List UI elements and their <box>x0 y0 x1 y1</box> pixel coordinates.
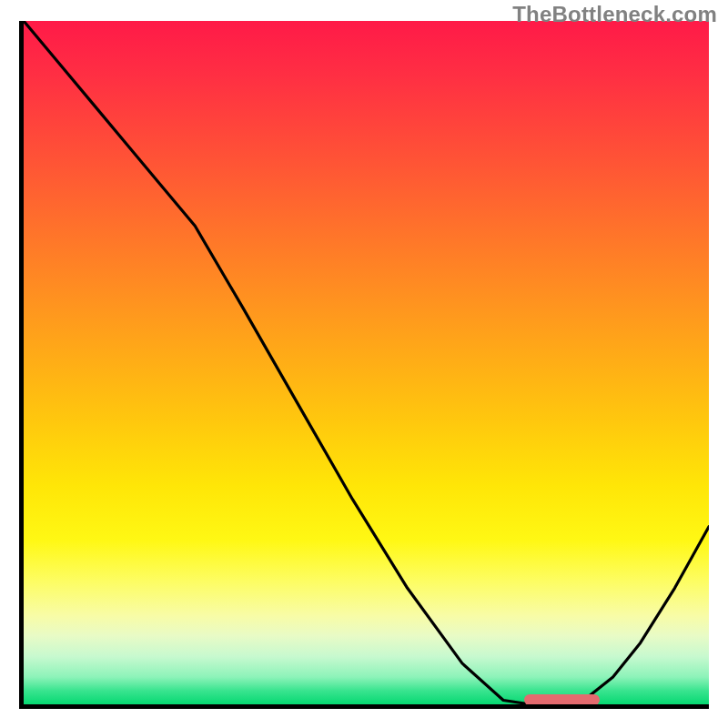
axes-frame <box>19 21 709 709</box>
chart-canvas: TheBottleneck.com <box>0 0 728 728</box>
watermark-text: TheBottleneck.com <box>512 2 717 27</box>
